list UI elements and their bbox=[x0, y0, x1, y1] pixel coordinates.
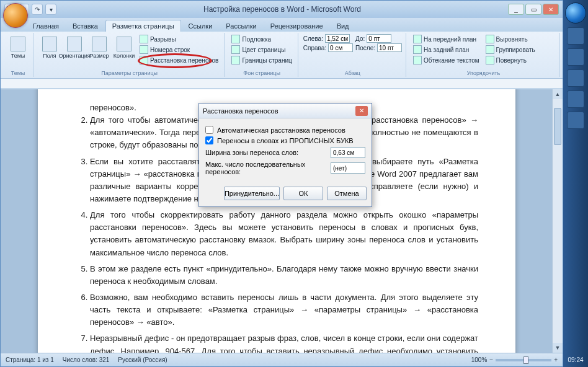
group-label: Упорядочить bbox=[408, 70, 559, 76]
status-page[interactable]: Страница: 1 из 1 bbox=[6, 356, 54, 363]
qat-more-icon[interactable]: ▾ bbox=[45, 4, 56, 15]
group-page-background: Подложка Цвет страницы Границы страниц Ф… bbox=[226, 33, 298, 77]
group-label: Темы bbox=[3, 70, 33, 76]
rotate-icon bbox=[486, 56, 494, 64]
ribbon-tabs: Главная Вставка Разметка страницы Ссылки… bbox=[1, 18, 563, 32]
zoom-knob[interactable] bbox=[523, 356, 528, 364]
group-arrange: На передний план На задний план Обтекани… bbox=[408, 33, 560, 77]
group-label: Фон страницы bbox=[226, 70, 297, 76]
status-words[interactable]: Число слов: 321 bbox=[63, 356, 110, 363]
list-item: В этом же разделе есть пункт «принудител… bbox=[90, 263, 478, 288]
tab-home[interactable]: Главная bbox=[27, 20, 65, 32]
align-icon bbox=[486, 35, 494, 43]
taskbar-item[interactable] bbox=[567, 112, 584, 129]
taskbar-item[interactable] bbox=[567, 27, 584, 45]
close-button[interactable]: ✕ bbox=[543, 4, 559, 15]
themes-icon bbox=[11, 37, 25, 51]
scroll-down-icon[interactable]: ▼ bbox=[553, 343, 563, 353]
minimize-button[interactable]: _ bbox=[508, 4, 524, 15]
zone-input[interactable] bbox=[331, 147, 365, 158]
orientation-icon bbox=[67, 37, 82, 51]
tab-review[interactable]: Рецензирование bbox=[264, 20, 329, 32]
tab-mailings[interactable]: Рассылки bbox=[220, 20, 262, 32]
hyphenation-button[interactable]: Расстановка переносов bbox=[138, 55, 220, 65]
zoom-out-icon[interactable]: − bbox=[489, 356, 493, 363]
caps-hyphen-label: Переносы в словах из ПРОПИСНЫХ БУКВ bbox=[217, 137, 365, 144]
size-button[interactable]: Размер bbox=[88, 34, 110, 61]
page-borders-icon bbox=[231, 56, 240, 64]
group-button[interactable]: Группировать bbox=[484, 45, 537, 55]
watermark-button[interactable]: Подложка bbox=[229, 34, 293, 44]
manual-button[interactable]: Принудительно... bbox=[224, 187, 280, 200]
themes-button[interactable]: Темы bbox=[7, 34, 29, 61]
indent-right: Справа: bbox=[303, 43, 353, 52]
spacing-before: До: bbox=[355, 34, 402, 43]
status-bar: Страница: 1 из 1 Число слов: 321 Русский… bbox=[1, 353, 563, 366]
redo-icon[interactable]: ↷ bbox=[32, 4, 43, 15]
size-icon bbox=[92, 37, 107, 51]
columns-button[interactable]: Колонки bbox=[113, 34, 135, 61]
status-language[interactable]: Русский (Россия) bbox=[118, 356, 167, 363]
list-item: Неразрывный дефис - он предотвращает раз… bbox=[90, 332, 478, 353]
group-themes: Темы Темы bbox=[3, 33, 33, 77]
breaks-button[interactable]: Разрывы bbox=[138, 34, 220, 44]
tab-page-layout[interactable]: Разметка страницы bbox=[105, 20, 181, 32]
max-input[interactable] bbox=[331, 162, 365, 174]
auto-hyphen-checkbox[interactable] bbox=[205, 126, 213, 134]
spacing-after-input[interactable] bbox=[377, 43, 402, 52]
taskbar-item[interactable] bbox=[567, 91, 584, 108]
page-borders-button[interactable]: Границы страниц bbox=[229, 55, 293, 65]
margins-icon bbox=[42, 37, 57, 51]
start-button[interactable] bbox=[565, 2, 586, 24]
zoom-control: 100% − + bbox=[471, 356, 558, 363]
tab-view[interactable]: Вид bbox=[331, 20, 355, 32]
zone-label: Ширина зоны переноса слов: bbox=[205, 149, 327, 156]
send-back-button[interactable]: На задний план bbox=[411, 45, 481, 55]
tab-references[interactable]: Ссылки bbox=[182, 20, 219, 32]
hyphenation-icon bbox=[140, 56, 148, 64]
list-item: Для того чтобы скорректировать работу да… bbox=[90, 209, 478, 259]
line-numbers-icon bbox=[140, 45, 148, 54]
breaks-icon bbox=[140, 35, 148, 43]
system-clock[interactable]: 09:24 bbox=[568, 353, 583, 367]
page-color-button[interactable]: Цвет страницы bbox=[229, 45, 293, 55]
indent-left-input[interactable] bbox=[325, 34, 350, 43]
align-button[interactable]: Выровнять bbox=[484, 34, 537, 44]
tab-insert[interactable]: Вставка bbox=[66, 20, 104, 32]
ribbon: Темы Темы Поля Ориентация Размер Колонки… bbox=[1, 32, 563, 79]
office-button[interactable] bbox=[3, 3, 28, 28]
text-wrap-button[interactable]: Обтекание текстом bbox=[411, 55, 481, 65]
indent-left: Слева: bbox=[303, 34, 353, 43]
cancel-button[interactable]: Отмена bbox=[327, 187, 367, 200]
taskbar-item[interactable] bbox=[567, 69, 584, 87]
scroll-thumb[interactable] bbox=[554, 108, 561, 145]
dialog-title: Расстановка переносов bbox=[203, 107, 278, 115]
group-label: Абзац bbox=[300, 70, 406, 76]
scroll-up-icon[interactable]: ▲ bbox=[553, 89, 563, 99]
line-numbers-button[interactable]: Номера строк bbox=[138, 45, 220, 55]
dialog-titlebar[interactable]: Расстановка переносов ✕ bbox=[199, 104, 372, 118]
group-page-setup: Поля Ориентация Размер Колонки Разрывы Н… bbox=[35, 33, 225, 77]
page-color-icon bbox=[231, 45, 240, 54]
caps-hyphen-checkbox[interactable] bbox=[205, 136, 213, 144]
title-bar: 💾 ↶ ↷ ▾ Настройка переносов в Word - Mic… bbox=[1, 1, 563, 18]
auto-hyphen-label: Автоматическая расстановка переносов bbox=[217, 126, 365, 134]
window-title: Настройка переносов в Word - Microsoft W… bbox=[56, 5, 508, 14]
orientation-button[interactable]: Ориентация bbox=[63, 34, 86, 61]
spacing-before-input[interactable] bbox=[367, 34, 391, 43]
dialog-close-button[interactable]: ✕ bbox=[355, 106, 368, 116]
zoom-in-icon[interactable]: + bbox=[554, 356, 558, 363]
zoom-slider[interactable] bbox=[496, 359, 551, 361]
dialog-body: Автоматическая расстановка переносов Пер… bbox=[199, 118, 372, 183]
ok-button[interactable]: ОК bbox=[283, 187, 323, 200]
maximize-button[interactable]: ▭ bbox=[525, 4, 541, 15]
bring-front-button[interactable]: На передний план bbox=[411, 34, 481, 44]
window-controls: _ ▭ ✕ bbox=[508, 4, 559, 15]
indent-right-input[interactable] bbox=[328, 43, 353, 52]
zoom-value[interactable]: 100% bbox=[471, 356, 488, 363]
rotate-button[interactable]: Повернуть bbox=[484, 55, 537, 65]
margins-button[interactable]: Поля bbox=[38, 34, 61, 61]
horizontal-ruler[interactable] bbox=[1, 79, 563, 89]
vertical-scrollbar[interactable]: ▲ ▼ bbox=[552, 89, 563, 353]
taskbar-item[interactable] bbox=[567, 48, 584, 66]
